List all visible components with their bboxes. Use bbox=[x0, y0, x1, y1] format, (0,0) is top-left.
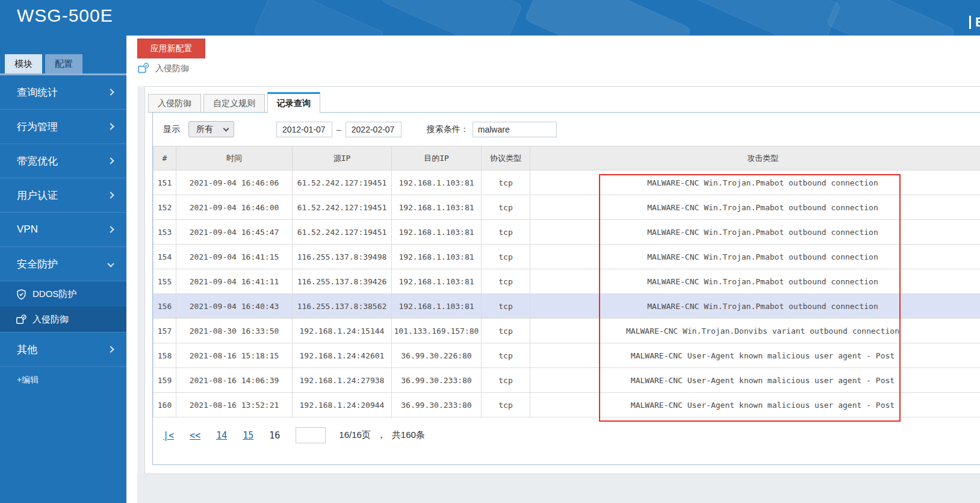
table-cell: 2021-08-16 14:06:39 bbox=[176, 368, 293, 393]
tab-record-query[interactable]: 记录查询 bbox=[267, 92, 320, 113]
page-link-15[interactable]: 15 bbox=[243, 430, 253, 441]
sidebar-tab-config[interactable]: 配置 bbox=[45, 54, 82, 73]
tab-label: 记录查询 bbox=[277, 98, 311, 108]
shield-check-icon bbox=[16, 289, 27, 300]
table-cell: 36.99.30.233:80 bbox=[392, 368, 482, 393]
sidebar-item-query-stats[interactable]: 查询统计 bbox=[0, 75, 126, 110]
table-row[interactable]: 1562021-09-04 16:40:43116.255.137.8:3856… bbox=[154, 294, 980, 319]
display-label: 显示 bbox=[163, 124, 180, 135]
first-page-link[interactable]: |< bbox=[163, 430, 174, 441]
table-cell: 159 bbox=[154, 368, 176, 393]
table-row[interactable]: 1532021-09-04 16:45:4761.52.242.127:1945… bbox=[154, 220, 980, 245]
table-cell: 154 bbox=[154, 245, 176, 269]
table-row[interactable]: 1552021-09-04 16:41:11116.255.137.8:3942… bbox=[154, 269, 980, 294]
sidebar-item-label: 行为管理 bbox=[17, 120, 58, 134]
date-from-input[interactable] bbox=[276, 122, 332, 137]
sidebar: 模块 配置 查询统计 行为管理 带宽优化 用户认证 VPN 安全防护 bbox=[0, 36, 126, 503]
header-bg-decoration bbox=[380, 0, 523, 36]
sidebar-subitem-intrusion[interactable]: 入侵防御 bbox=[0, 307, 126, 332]
table-cell: 36.99.30.226:80 bbox=[392, 343, 482, 368]
tab-custom-rules[interactable]: 自定义规则 bbox=[203, 94, 265, 113]
header-bg-decoration bbox=[524, 0, 692, 36]
table-cell: 116.255.137.8:39498 bbox=[293, 245, 392, 269]
table-row[interactable]: 1602021-08-16 13:52:21192.168.1.24:20944… bbox=[154, 393, 980, 417]
table-cell: 160 bbox=[154, 393, 176, 417]
tab-label: 入侵防御 bbox=[158, 98, 191, 108]
table-cell: 192.168.1.24:42601 bbox=[293, 343, 392, 368]
table-cell: tcp bbox=[482, 368, 530, 393]
sidebar-edit-link[interactable]: +编辑 bbox=[17, 375, 39, 386]
language-button[interactable]: E bbox=[969, 16, 980, 29]
table-cell: 151 bbox=[154, 170, 176, 195]
table-cell: 36.99.30.233:80 bbox=[392, 393, 482, 417]
security-submenu: DDOS防护 入侵防御 bbox=[0, 281, 126, 333]
sidebar-tab-label: 模块 bbox=[14, 58, 33, 70]
chevron-right-icon bbox=[107, 192, 114, 198]
sidebar-tab-label: 配置 bbox=[55, 58, 73, 70]
apply-config-button[interactable]: 应用新配置 bbox=[137, 39, 205, 58]
table-row[interactable]: 1512021-09-04 16:46:0661.52.242.127:1945… bbox=[154, 170, 980, 195]
table-cell: 157 bbox=[154, 319, 176, 343]
display-select[interactable]: 所有 bbox=[188, 121, 234, 137]
table-cell: 192.168.1.103:81 bbox=[392, 220, 482, 245]
ips-panel: 入侵防御 自定义规则 记录查询 显示 所有 – 搜索条件： bbox=[144, 86, 980, 474]
table-cell: MALWARE-CNC Win.Trojan.Donvibs variant o… bbox=[530, 319, 980, 343]
sidebar-item-label: 安全防护 bbox=[17, 257, 58, 271]
panel-tab-bar: 入侵防御 自定义规则 记录查询 bbox=[148, 92, 323, 113]
sidebar-item-behavior-mgmt[interactable]: 行为管理 bbox=[0, 110, 126, 144]
table-row[interactable]: 1592021-08-16 14:06:39192.168.1.24:27938… bbox=[154, 368, 980, 393]
sidebar-tab-modules[interactable]: 模块 bbox=[5, 54, 42, 73]
current-page: 16 bbox=[269, 430, 280, 441]
table-cell: tcp bbox=[482, 220, 530, 245]
pagination: |< << 14 15 16 16/16页 ， 共160条 bbox=[153, 417, 980, 443]
table-cell: MALWARE-CNC User-Agent known malicious u… bbox=[530, 368, 980, 393]
table-cell: 2021-09-04 16:46:00 bbox=[176, 195, 293, 220]
table-cell: 192.168.1.24:27938 bbox=[293, 368, 392, 393]
sidebar-item-label: 其他 bbox=[17, 343, 37, 357]
sidebar-item-label: VPN bbox=[17, 223, 38, 236]
table-cell: 192.168.1.103:81 bbox=[392, 245, 482, 269]
table-cell: MALWARE-CNC Win.Trojan.Pmabot outbound c… bbox=[530, 170, 980, 195]
search-label: 搜索条件： bbox=[427, 124, 469, 135]
sidebar-item-vpn[interactable]: VPN bbox=[0, 213, 126, 247]
table-cell: 2021-08-30 16:33:50 bbox=[176, 319, 293, 343]
prev-page-link[interactable]: << bbox=[190, 430, 200, 441]
table-row[interactable]: 1582021-08-16 15:18:15192.168.1.24:42601… bbox=[154, 343, 980, 368]
chevron-right-icon bbox=[107, 226, 114, 233]
panel-left-gutter bbox=[137, 86, 144, 503]
stamp-check-icon bbox=[16, 314, 27, 325]
table-row[interactable]: 1542021-09-04 16:41:15116.255.137.8:3949… bbox=[154, 245, 980, 269]
table-cell: MALWARE-CNC Win.Trojan.Pmabot outbound c… bbox=[530, 195, 980, 220]
table-cell: MALWARE-CNC User-Agent known malicious u… bbox=[530, 393, 980, 417]
sidebar-tab-bar: 模块 配置 bbox=[5, 54, 85, 73]
table-cell: 158 bbox=[154, 343, 176, 368]
table-cell: 192.168.1.103:81 bbox=[392, 269, 482, 294]
page-jump-input[interactable] bbox=[296, 427, 326, 443]
breadcrumb: 入侵防御 bbox=[137, 62, 189, 75]
table-cell: tcp bbox=[482, 294, 530, 319]
sidebar-item-user-auth[interactable]: 用户认证 bbox=[0, 178, 126, 213]
sidebar-item-bandwidth[interactable]: 带宽优化 bbox=[0, 144, 126, 178]
search-input[interactable] bbox=[473, 122, 557, 137]
col-header-protocol: 协议类型 bbox=[482, 146, 530, 170]
sidebar-item-security[interactable]: 安全防护 bbox=[0, 247, 126, 281]
table-cell: 101.133.169.157:80 bbox=[392, 319, 482, 343]
sidebar-subitem-ddos[interactable]: DDOS防护 bbox=[0, 281, 126, 307]
sidebar-subitem-label: 入侵防御 bbox=[33, 314, 69, 325]
sidebar-item-others[interactable]: 其他 bbox=[0, 333, 126, 367]
display-select-value: 所有 bbox=[196, 124, 213, 135]
table-cell: 192.168.1.103:81 bbox=[392, 170, 482, 195]
table-row[interactable]: 1522021-09-04 16:46:0061.52.242.127:1945… bbox=[154, 195, 980, 220]
page-link-14[interactable]: 14 bbox=[216, 430, 227, 441]
sidebar-item-label: 用户认证 bbox=[17, 189, 58, 202]
table-cell: 61.52.242.127:19451 bbox=[293, 170, 392, 195]
table-cell: tcp bbox=[482, 170, 530, 195]
table-row[interactable]: 1572021-08-30 16:33:50192.168.1.24:15144… bbox=[154, 319, 980, 343]
tab-intrusion-defense[interactable]: 入侵防御 bbox=[148, 94, 201, 113]
date-to-input[interactable] bbox=[346, 122, 402, 137]
page-footer-strip bbox=[137, 474, 980, 503]
date-range-separator: – bbox=[336, 125, 341, 134]
total-records: 共160条 bbox=[392, 430, 425, 441]
pagination-separator: ， bbox=[377, 430, 386, 441]
chevron-right-icon bbox=[107, 89, 114, 95]
